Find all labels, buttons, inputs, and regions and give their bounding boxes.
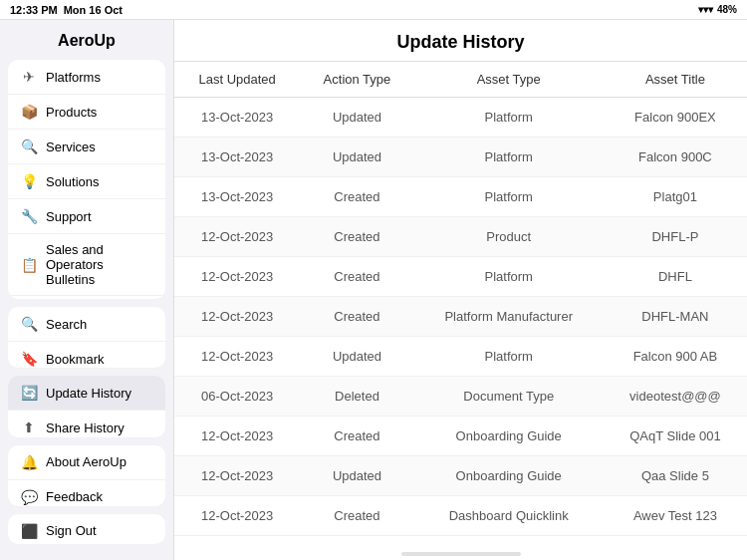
bookmark-icon: 🔖 (20, 350, 38, 368)
sidebar-item-about[interactable]: 🔔 About AeroUp (8, 445, 165, 480)
date-display: Mon 16 Oct (64, 4, 123, 16)
table-row: 12-Oct-2023 Created Platform Manufacture… (174, 297, 747, 337)
support-icon: 🔧 (20, 207, 38, 225)
sidebar-signout-section: ⬛ Sign Out (8, 514, 165, 544)
update-history-table: Last Updated Action Type Asset Type Asse… (174, 62, 747, 536)
app-title: AeroUp (0, 28, 173, 60)
sidebar-item-feedback[interactable]: 💬 Feedback (8, 480, 165, 506)
sidebar-item-new-sales-lead[interactable]: 📈 New Sales Lead (8, 296, 165, 299)
col-header-asset-type: Asset Type (414, 62, 604, 98)
bulletins-icon: 📋 (20, 256, 38, 274)
cell-asset-type: Platform Manufacturer (414, 297, 604, 337)
sidebar-label-signout: Sign Out (46, 523, 97, 538)
cell-asset-title: Falcon 900EX (604, 98, 747, 138)
cell-asset-title: DHFL (604, 257, 747, 297)
sidebar-item-share-history[interactable]: ⬆ Share History (8, 411, 165, 436)
sidebar-item-services[interactable]: 🔍 Services (8, 130, 165, 164)
cell-asset-title: Falcon 900C (604, 138, 747, 177)
cell-action: Updated (300, 98, 413, 138)
sidebar-label-support: Support (46, 209, 92, 224)
sidebar-nav-section: ✈ Platforms 📦 Products 🔍 Services 💡 Solu… (8, 60, 165, 299)
status-left: 12:33 PM Mon 16 Oct (10, 4, 123, 16)
col-header-asset-title: Asset Title (604, 62, 747, 98)
platforms-icon: ✈ (20, 68, 38, 86)
search-icon: 🔍 (20, 315, 38, 333)
cell-date: 12-Oct-2023 (174, 217, 300, 257)
cell-date: 06-Oct-2023 (174, 377, 300, 417)
cell-asset-title: Awev Test 123 (604, 496, 747, 536)
update-history-icon: 🔄 (20, 384, 38, 402)
sidebar-item-search[interactable]: 🔍 Search (8, 307, 165, 342)
cell-asset-type: Onboarding Guide (414, 456, 604, 496)
wifi-icon: ▾▾▾ (698, 4, 713, 15)
solutions-icon: 💡 (20, 172, 38, 190)
sidebar-item-products[interactable]: 📦 Products (8, 95, 165, 130)
cell-date: 13-Oct-2023 (174, 98, 300, 138)
status-right: ▾▾▾ 48% (698, 4, 737, 15)
cell-asset-type: Onboarding Guide (414, 417, 604, 456)
sidebar-tool-section: 🔍 Search 🔖 Bookmark (8, 307, 165, 368)
cell-action: Created (300, 177, 413, 217)
sidebar-label-bookmark: Bookmark (46, 352, 105, 367)
table-row: 13-Oct-2023 Updated Platform Falcon 900C (174, 138, 747, 177)
sidebar-label-services: Services (46, 140, 96, 154)
sidebar-item-sales-bulletins[interactable]: 📋 Sales and Operators Bulletins (8, 234, 165, 296)
cell-asset-type: Dashboard Quicklink (414, 496, 604, 536)
cell-action: Updated (300, 456, 413, 496)
sidebar-item-bookmark[interactable]: 🔖 Bookmark (8, 342, 165, 368)
sidebar-label-bulletins: Sales and Operators Bulletins (46, 242, 153, 287)
share-history-icon: ⬆ (20, 419, 38, 436)
sidebar-label-search: Search (46, 317, 87, 332)
cell-asset-type: Platform (414, 138, 604, 177)
signout-icon: ⬛ (20, 522, 38, 540)
table-row: 13-Oct-2023 Updated Platform Falcon 900E… (174, 98, 747, 138)
sidebar: AeroUp ✈ Platforms 📦 Products 🔍 Services… (0, 20, 174, 560)
cell-asset-type: Document Type (414, 377, 604, 417)
cell-asset-title: Falcon 900 AB (604, 337, 747, 377)
sidebar-bottom-section: 🔔 About AeroUp 💬 Feedback (8, 445, 165, 506)
col-header-last-updated: Last Updated (174, 62, 300, 98)
sidebar-label-platforms: Platforms (46, 70, 101, 85)
cell-action: Created (300, 496, 413, 536)
battery-display: 48% (717, 4, 737, 15)
status-bar: 12:33 PM Mon 16 Oct ▾▾▾ 48% (0, 0, 747, 20)
main-layout: AeroUp ✈ Platforms 📦 Products 🔍 Services… (0, 20, 747, 560)
cell-action: Updated (300, 138, 413, 177)
scroll-indicator (401, 552, 521, 556)
cell-date: 12-Oct-2023 (174, 496, 300, 536)
cell-asset-type: Platform (414, 257, 604, 297)
sidebar-label-feedback: Feedback (46, 489, 103, 504)
cell-date: 12-Oct-2023 (174, 417, 300, 456)
cell-date: 12-Oct-2023 (174, 257, 300, 297)
table-row: 13-Oct-2023 Created Platform Platg01 (174, 177, 747, 217)
time-display: 12:33 PM (10, 4, 58, 16)
update-history-table-container[interactable]: Last Updated Action Type Asset Type Asse… (174, 62, 747, 548)
services-icon: 🔍 (20, 138, 38, 155)
table-header-row: Last Updated Action Type Asset Type Asse… (174, 62, 747, 98)
sidebar-item-signout[interactable]: ⬛ Sign Out (8, 514, 165, 544)
cell-date: 12-Oct-2023 (174, 456, 300, 496)
cell-asset-type: Platform (414, 337, 604, 377)
cell-action: Created (300, 257, 413, 297)
sidebar-item-update-history[interactable]: 🔄 Update History (8, 376, 165, 411)
cell-date: 13-Oct-2023 (174, 138, 300, 177)
content-area: Update History Last Updated Action Type … (174, 20, 747, 560)
cell-asset-title: DHFL-MAN (604, 297, 747, 337)
cell-asset-type: Platform (414, 177, 604, 217)
cell-date: 12-Oct-2023 (174, 297, 300, 337)
sidebar-label-about: About AeroUp (46, 454, 126, 469)
table-row: 12-Oct-2023 Created Onboarding Guide QAq… (174, 417, 747, 456)
table-row: 12-Oct-2023 Updated Platform Falcon 900 … (174, 337, 747, 377)
feedback-icon: 💬 (20, 488, 38, 506)
products-icon: 📦 (20, 103, 38, 121)
sidebar-item-solutions[interactable]: 💡 Solutions (8, 164, 165, 199)
sidebar-history-section: 🔄 Update History ⬆ Share History (8, 376, 165, 436)
page-title: Update History (174, 20, 747, 62)
cell-asset-title: Platg01 (604, 177, 747, 217)
table-row: 06-Oct-2023 Deleted Document Type videot… (174, 377, 747, 417)
cell-action: Created (300, 217, 413, 257)
cell-asset-type: Platform (414, 98, 604, 138)
cell-action: Deleted (300, 377, 413, 417)
sidebar-item-support[interactable]: 🔧 Support (8, 199, 165, 234)
sidebar-item-platforms[interactable]: ✈ Platforms (8, 60, 165, 95)
